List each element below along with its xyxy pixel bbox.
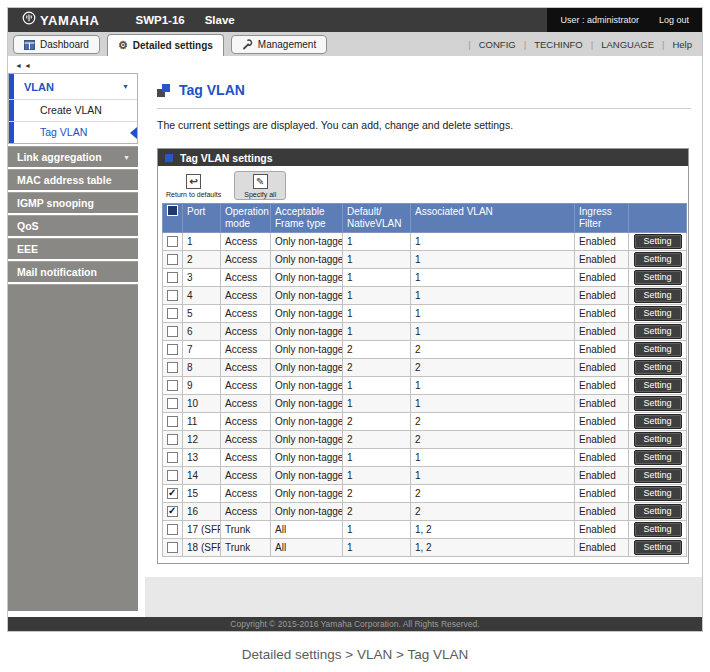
row-checkbox[interactable] xyxy=(167,488,178,499)
ingress-filter-cell: Enabled xyxy=(575,287,629,305)
frame-type-cell: Only non-tagged xyxy=(271,377,343,395)
row-checkbox[interactable] xyxy=(167,326,178,337)
column-header: Port xyxy=(183,204,221,233)
return-to-defaults-button[interactable]: ↩Return to defaults xyxy=(162,171,225,200)
native-vlan-cell: 2 xyxy=(343,359,411,377)
row-checkbox[interactable] xyxy=(167,470,178,481)
specify-all-button[interactable]: ✎Specify all xyxy=(234,171,286,200)
setting-button[interactable]: Setting xyxy=(634,468,682,483)
top-link-help[interactable]: Help xyxy=(654,39,692,50)
setting-button[interactable]: Setting xyxy=(634,324,682,339)
row-checkbox[interactable] xyxy=(167,380,178,391)
row-checkbox[interactable] xyxy=(167,236,178,247)
frame-type-cell: All xyxy=(271,539,343,557)
row-checkbox[interactable] xyxy=(167,272,178,283)
operation-mode-cell: Access xyxy=(221,341,271,359)
top-link-language[interactable]: LANGUAGE xyxy=(583,39,654,50)
row-checkbox[interactable] xyxy=(167,434,178,445)
actions-cell: Setting xyxy=(629,323,687,341)
ingress-filter-cell: Enabled xyxy=(575,269,629,287)
panel-bullet-icon xyxy=(165,154,173,162)
row-checkbox[interactable] xyxy=(167,416,178,427)
setting-button[interactable]: Setting xyxy=(634,288,682,303)
top-links: CONFIGTECHINFOLANGUAGEHelp xyxy=(460,39,702,50)
logout-link[interactable]: Log out xyxy=(659,15,689,25)
port-cell: 10 xyxy=(183,395,221,413)
setting-button[interactable]: Setting xyxy=(634,504,682,519)
row-checkbox[interactable] xyxy=(167,452,178,463)
operation-mode-cell: Access xyxy=(221,377,271,395)
row-checkbox[interactable] xyxy=(167,344,178,355)
setting-button[interactable]: Setting xyxy=(634,306,682,321)
frame-type-cell: Only non-tagged xyxy=(271,431,343,449)
top-link-techinfo[interactable]: TECHINFO xyxy=(516,39,583,50)
setting-button[interactable]: Setting xyxy=(634,414,682,429)
native-vlan-cell: 2 xyxy=(343,503,411,521)
setting-button[interactable]: Setting xyxy=(634,396,682,411)
sidebar-item-vlan[interactable]: VLAN xyxy=(9,74,137,99)
row-checkbox[interactable] xyxy=(167,362,178,373)
row-checkbox[interactable] xyxy=(167,542,178,553)
table-row: 8AccessOnly non-tagged22EnabledSetting xyxy=(163,359,687,377)
frame-type-cell: Only non-tagged xyxy=(271,359,343,377)
setting-button[interactable]: Setting xyxy=(634,486,682,501)
tab-detailed-settings[interactable]: ⚙Detailed settings xyxy=(107,34,224,56)
row-checkbox[interactable] xyxy=(167,524,178,535)
sidebar-item-link-aggregation[interactable]: Link aggregation xyxy=(8,146,138,167)
row-checkbox[interactable] xyxy=(167,290,178,301)
yamaha-tuning-fork-icon xyxy=(22,11,36,29)
operation-mode-cell: Access xyxy=(221,431,271,449)
page-title: Tag VLAN xyxy=(157,82,691,98)
actions-cell: Setting xyxy=(629,341,687,359)
setting-button[interactable]: Setting xyxy=(634,342,682,357)
port-cell: 4 xyxy=(183,287,221,305)
setting-button[interactable]: Setting xyxy=(634,522,682,537)
sidebar-item-create-vlan[interactable]: Create VLAN xyxy=(9,99,137,121)
port-cell: 17 (SFP) xyxy=(183,521,221,539)
top-bar: YAMAHA SWP1-16 Slave User : administrato… xyxy=(8,8,702,32)
tab-dashboard[interactable]: Dashboard xyxy=(13,35,100,54)
sidebar-item-tag-vlan[interactable]: Tag VLAN xyxy=(9,121,137,143)
sidebar-item-mac-address-table[interactable]: MAC address table xyxy=(8,169,138,190)
frame-type-cell: Only non-tagged xyxy=(271,287,343,305)
setting-button[interactable]: Setting xyxy=(634,378,682,393)
setting-button[interactable]: Setting xyxy=(634,270,682,285)
ingress-filter-cell: Enabled xyxy=(575,431,629,449)
sidebar-item-igmp-snooping[interactable]: IGMP snooping xyxy=(8,192,138,213)
setting-button[interactable]: Setting xyxy=(634,432,682,447)
row-checkbox[interactable] xyxy=(167,398,178,409)
setting-button[interactable]: Setting xyxy=(634,234,682,249)
table-row: 17 (SFP)TrunkAll11, 2EnabledSetting xyxy=(163,521,687,539)
select-all-checkbox[interactable] xyxy=(167,205,178,216)
sidebar-collapse-icon[interactable]: ◄◄ xyxy=(15,62,138,69)
native-vlan-cell: 1 xyxy=(343,467,411,485)
native-vlan-cell: 1 xyxy=(343,287,411,305)
row-checkbox[interactable] xyxy=(167,506,178,517)
operation-mode-cell: Access xyxy=(221,287,271,305)
top-link-config[interactable]: CONFIG xyxy=(460,39,515,50)
associated-vlan-cell: 1 xyxy=(411,251,575,269)
actions-cell: Setting xyxy=(629,233,687,251)
ingress-filter-cell: Enabled xyxy=(575,539,629,557)
frame-type-cell: Only non-tagged xyxy=(271,395,343,413)
sidebar-item-qos[interactable]: QoS xyxy=(8,215,138,236)
tool-label: Return to defaults xyxy=(166,191,221,198)
associated-vlan-cell: 2 xyxy=(411,359,575,377)
setting-button[interactable]: Setting xyxy=(634,450,682,465)
setting-button[interactable]: Setting xyxy=(634,252,682,267)
ingress-filter-cell: Enabled xyxy=(575,449,629,467)
sidebar-item-mail-notification[interactable]: Mail notification xyxy=(8,261,138,282)
port-cell: 2 xyxy=(183,251,221,269)
native-vlan-cell: 2 xyxy=(343,485,411,503)
sidebar-item-eee[interactable]: EEE xyxy=(8,238,138,259)
setting-button[interactable]: Setting xyxy=(634,540,682,555)
device-model: SWP1-16 xyxy=(135,14,184,26)
actions-cell: Setting xyxy=(629,431,687,449)
table-row: 7AccessOnly non-tagged22EnabledSetting xyxy=(163,341,687,359)
tab-management[interactable]: Management xyxy=(231,35,327,54)
row-checkbox[interactable] xyxy=(167,308,178,319)
setting-button[interactable]: Setting xyxy=(634,360,682,375)
table-row: 15AccessOnly non-tagged22EnabledSetting xyxy=(163,485,687,503)
actions-cell: Setting xyxy=(629,503,687,521)
row-checkbox[interactable] xyxy=(167,254,178,265)
